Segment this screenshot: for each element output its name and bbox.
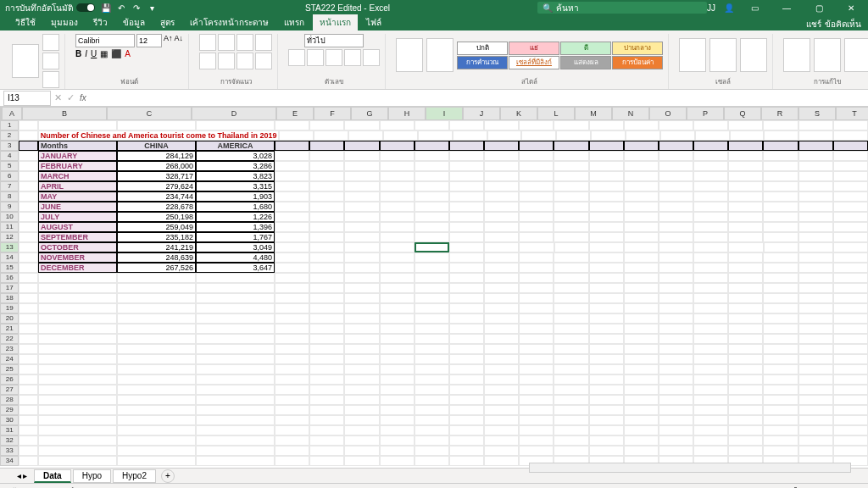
- cell[interactable]: [380, 354, 415, 364]
- cell[interactable]: [484, 222, 519, 232]
- cell[interactable]: [589, 364, 624, 374]
- cell[interactable]: [833, 252, 868, 263]
- increase-font-icon[interactable]: A↑: [164, 34, 173, 47]
- cell[interactable]: [449, 252, 484, 263]
- cell[interactable]: [380, 120, 415, 130]
- row-header[interactable]: 9: [0, 202, 19, 212]
- cell[interactable]: [484, 202, 519, 212]
- cell[interactable]: [415, 374, 449, 385]
- cell[interactable]: [728, 435, 763, 446]
- cell[interactable]: [344, 385, 379, 395]
- cell[interactable]: [309, 303, 344, 313]
- row-header[interactable]: 25: [0, 364, 19, 374]
- cell[interactable]: 235,182: [117, 232, 196, 242]
- cell[interactable]: [798, 324, 833, 334]
- cell[interactable]: [380, 364, 415, 374]
- cell[interactable]: [38, 364, 117, 374]
- cell[interactable]: [589, 191, 624, 202]
- cell[interactable]: [519, 364, 554, 374]
- cell[interactable]: [449, 435, 484, 446]
- cell[interactable]: [309, 161, 344, 171]
- cell[interactable]: 3,647: [196, 263, 275, 273]
- column-header[interactable]: I: [426, 107, 463, 120]
- cell[interactable]: Number of Chinese and America tourist co…: [38, 130, 280, 141]
- cell[interactable]: [38, 385, 117, 395]
- cell[interactable]: [798, 395, 833, 405]
- cell[interactable]: [554, 181, 588, 191]
- row-header[interactable]: 33: [0, 446, 19, 456]
- cell[interactable]: CHINA: [117, 141, 196, 151]
- cell[interactable]: 268,000: [117, 161, 196, 171]
- cell[interactable]: [380, 151, 415, 161]
- cell[interactable]: [275, 415, 309, 425]
- cell[interactable]: [344, 435, 379, 446]
- cell[interactable]: [309, 405, 344, 415]
- cell[interactable]: [730, 130, 765, 141]
- cell[interactable]: [484, 293, 519, 303]
- cell[interactable]: [693, 232, 728, 242]
- cell[interactable]: [38, 120, 117, 130]
- cell[interactable]: [659, 415, 693, 425]
- cell[interactable]: [117, 385, 196, 395]
- cell[interactable]: [798, 354, 833, 364]
- ribbon-options-icon[interactable]: ▭: [743, 3, 766, 13]
- cell[interactable]: [19, 151, 38, 161]
- user-name[interactable]: JJ: [707, 3, 715, 13]
- cell[interactable]: [449, 212, 484, 222]
- cell[interactable]: [117, 120, 196, 130]
- cell[interactable]: [763, 334, 798, 344]
- cell[interactable]: [415, 354, 449, 364]
- cell[interactable]: [449, 446, 484, 456]
- cell[interactable]: [484, 181, 519, 191]
- cell[interactable]: 228,678: [117, 202, 196, 212]
- insert-cells-button[interactable]: [679, 38, 706, 72]
- cell[interactable]: [728, 283, 763, 293]
- align-top-button[interactable]: [199, 34, 216, 51]
- find-select-button[interactable]: [844, 38, 868, 72]
- cell[interactable]: [38, 324, 117, 334]
- cell[interactable]: [484, 324, 519, 334]
- cell[interactable]: 1,226: [196, 212, 275, 222]
- cell[interactable]: [380, 446, 415, 456]
- row-header[interactable]: 30: [0, 415, 19, 425]
- cell[interactable]: [309, 242, 344, 252]
- cell[interactable]: [418, 130, 453, 141]
- cell[interactable]: [519, 293, 554, 303]
- cell[interactable]: [275, 374, 309, 385]
- cell[interactable]: [275, 141, 309, 151]
- cell[interactable]: [763, 120, 798, 130]
- cell[interactable]: [589, 354, 624, 364]
- cell[interactable]: [798, 385, 833, 395]
- cell[interactable]: [117, 334, 196, 344]
- cell[interactable]: [693, 415, 728, 425]
- cell[interactable]: [38, 405, 117, 415]
- cell[interactable]: [624, 446, 659, 456]
- cell[interactable]: [380, 374, 415, 385]
- cell[interactable]: [763, 374, 798, 385]
- cell[interactable]: [554, 385, 588, 395]
- cell[interactable]: [554, 435, 588, 446]
- cell[interactable]: [519, 161, 554, 171]
- row-header[interactable]: 34: [0, 456, 19, 466]
- cell[interactable]: [763, 425, 798, 435]
- cell[interactable]: 250,198: [117, 212, 196, 222]
- cell[interactable]: [693, 334, 728, 344]
- cell[interactable]: [693, 263, 728, 273]
- cell[interactable]: [519, 252, 554, 263]
- cell[interactable]: [275, 303, 309, 313]
- cell[interactable]: [554, 161, 588, 171]
- cell[interactable]: [659, 303, 693, 313]
- cell[interactable]: [659, 334, 693, 344]
- cell[interactable]: [519, 324, 554, 334]
- fill-color-button[interactable]: ⬛: [111, 49, 121, 58]
- cell[interactable]: [798, 130, 833, 141]
- cell[interactable]: [275, 232, 309, 242]
- toggle-icon[interactable]: [76, 3, 95, 12]
- cell[interactable]: [798, 273, 833, 283]
- align-center-button[interactable]: [218, 53, 235, 69]
- cell[interactable]: [275, 405, 309, 415]
- cell[interactable]: [591, 130, 626, 141]
- cell[interactable]: [589, 303, 624, 313]
- cell[interactable]: [798, 334, 833, 344]
- cell[interactable]: [484, 141, 519, 151]
